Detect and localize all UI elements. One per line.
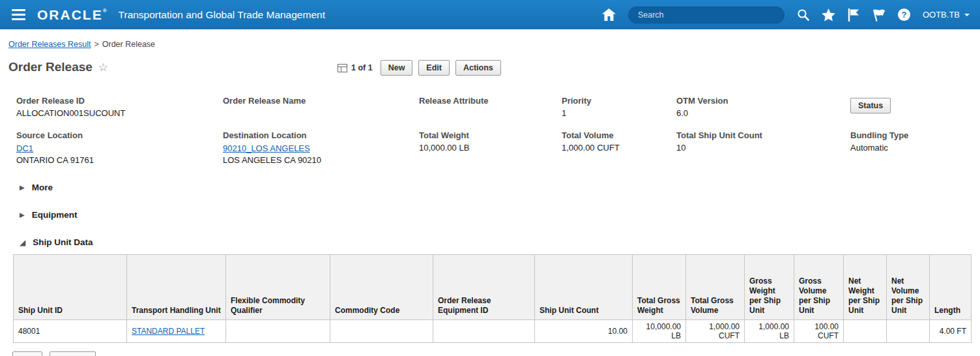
record-toolbar: 1 of 1 New Edit Actions (338, 60, 501, 76)
bundling-type-value: Automatic (850, 142, 980, 154)
registered-mark: ® (103, 8, 107, 14)
detail-sections: ▶ More ▶ Equipment ◢ Ship Unit Data (20, 183, 980, 247)
field-total-ship-unit-count: Total Ship Unit Count 10 (676, 130, 850, 166)
source-location-label: Source Location (16, 130, 223, 140)
col-gross-weight-per-ship-unit[interactable]: Gross Weight per Ship Unit (745, 255, 794, 320)
col-length[interactable]: Length (930, 255, 972, 320)
otm-version-label: OTM Version (676, 96, 850, 106)
search-input[interactable] (628, 7, 785, 23)
field-order-release-name: Order Release Name (223, 96, 419, 119)
section-toggle-ship-unit-data[interactable]: ◢ Ship Unit Data (20, 237, 980, 247)
table-header-row: Ship Unit ID Transport Handling Unit Fle… (14, 255, 972, 320)
favorite-star-icon[interactable]: ☆ (98, 61, 108, 74)
transport-handling-unit-link[interactable]: STANDARD PALLET (132, 327, 205, 336)
breadcrumb-link-order-releases-result[interactable]: Order Releases Result (8, 40, 91, 49)
field-total-volume: Total Volume 1,000.00 CUFT (562, 130, 676, 166)
col-ship-unit-id[interactable]: Ship Unit ID (14, 255, 127, 320)
priority-value: 1 (562, 108, 676, 119)
brand-text: ORACLE (37, 7, 103, 23)
priority-label: Priority (562, 96, 676, 106)
flag-icon[interactable] (848, 8, 859, 22)
col-flexible-commodity-qualifier[interactable]: Flexible Commodity Qualifier (226, 255, 330, 320)
otm-version-value: 6.0 (676, 108, 850, 119)
col-commodity-code[interactable]: Commodity Code (330, 255, 433, 320)
order-release-id-value: ALLOCATION001SUCOUNT (16, 108, 223, 119)
new-button[interactable]: New (381, 60, 413, 76)
edit-button[interactable]: Edit (418, 60, 450, 76)
field-priority: Priority 1 (562, 96, 676, 119)
refresh-button[interactable]: Refresh (50, 351, 96, 356)
section-toggle-equipment[interactable]: ▶ Equipment (20, 210, 980, 220)
star-icon[interactable] (822, 8, 835, 22)
user-menu[interactable]: OOTB.TB (923, 10, 970, 20)
section-toggle-more[interactable]: ▶ More (20, 183, 980, 192)
cell-net-volume-per-ship-unit (887, 320, 930, 343)
breadcrumb-current: Order Release (102, 40, 155, 49)
oracle-logo: ORACLE® (37, 7, 107, 23)
col-net-weight-per-ship-unit[interactable]: Net Weight per Ship Unit (844, 255, 887, 320)
page-title: Order Release (8, 60, 93, 74)
app-header: ORACLE® Transportation and Global Trade … (0, 0, 980, 29)
col-order-release-equipment-id[interactable]: Order Release Equipment ID (433, 255, 535, 320)
field-bundling-type: Bundling Type Automatic (850, 130, 980, 166)
ship-unit-table: Ship Unit ID Transport Handling Unit Fle… (13, 254, 972, 343)
col-transport-handling-unit[interactable]: Transport Handling Unit (127, 255, 226, 320)
bundling-type-label: Bundling Type (850, 130, 980, 140)
header-actions: ? OOTB.TB (602, 7, 970, 23)
total-weight-label: Total Weight (419, 130, 562, 140)
help-icon[interactable]: ? (898, 8, 910, 21)
field-total-weight: Total Weight 10,000.00 LB (419, 130, 562, 166)
search-field-wrap (628, 7, 785, 23)
destination-location-label: Destination Location (223, 130, 419, 140)
field-status: Status (850, 96, 980, 119)
search-icon[interactable] (797, 8, 809, 21)
total-ship-unit-count-label: Total Ship Unit Count (676, 130, 850, 140)
col-gross-volume-per-ship-unit[interactable]: Gross Volume per Ship Unit (794, 255, 844, 320)
menu-icon[interactable] (10, 7, 27, 23)
field-source-location: Source Location DC1 ONTARIO CA 91761 (16, 130, 223, 166)
wave-flag-icon[interactable] (872, 8, 886, 22)
breadcrumb: Order Releases Result>Order Release (8, 40, 980, 49)
cell-ship-unit-count: 10.00 (535, 320, 633, 343)
app-title: Transportation and Global Trade Manageme… (119, 9, 325, 21)
release-attribute-label: Release Attribute (419, 96, 562, 106)
home-icon[interactable] (602, 8, 616, 21)
order-release-id-label: Order Release ID (16, 96, 223, 106)
cell-gross-volume-per-ship-unit: 100.00 CUFT (794, 320, 844, 343)
destination-location-address: LOS ANGELES CA 90210 (223, 155, 419, 166)
section-more-label: More (32, 183, 53, 192)
cell-flexible-commodity-qualifier (226, 320, 330, 343)
page-footer: Top Refresh (12, 351, 980, 356)
chevron-right-icon: ▶ (20, 212, 25, 218)
cell-length: 4.00 FT (930, 320, 972, 343)
col-total-gross-weight[interactable]: Total Gross Weight (633, 255, 686, 320)
section-ship-unit-data-label: Ship Unit Data (33, 237, 93, 247)
cell-commodity-code (330, 320, 433, 343)
cell-transport-handling-unit: STANDARD PALLET (127, 320, 226, 343)
breadcrumb-separator: > (94, 40, 98, 49)
col-net-volume-per-ship-unit[interactable]: Net Volume per Ship Unit (887, 255, 930, 320)
col-total-gross-volume[interactable]: Total Gross Volume (686, 255, 745, 320)
section-equipment-label: Equipment (32, 210, 78, 220)
field-release-attribute: Release Attribute (419, 96, 562, 119)
summary-fields: Order Release ID ALLOCATION001SUCOUNT Or… (0, 96, 980, 166)
cell-total-gross-weight: 10,000.00 LB (633, 320, 686, 343)
cell-net-weight-per-ship-unit (844, 320, 887, 343)
top-button[interactable]: Top (12, 351, 42, 356)
title-row: Order Release ☆ 1 of 1 New Edit Actions (8, 60, 980, 80)
total-volume-label: Total Volume (562, 130, 676, 140)
status-button[interactable]: Status (850, 98, 891, 113)
chevron-expanded-icon: ◢ (20, 239, 25, 246)
table-row: 48001 STANDARD PALLET 10.00 10,000.00 LB… (14, 320, 972, 343)
source-location-link[interactable]: DC1 (16, 143, 33, 155)
grid-view-icon[interactable] (338, 64, 347, 72)
col-ship-unit-count[interactable]: Ship Unit Count (535, 255, 633, 320)
actions-button[interactable]: Actions (455, 60, 501, 76)
pager-text: 1 of 1 (351, 63, 373, 72)
source-location-address: ONTARIO CA 91761 (16, 155, 223, 166)
total-ship-unit-count-value: 10 (676, 142, 850, 154)
chevron-down-icon (964, 14, 970, 16)
user-menu-label: OOTB.TB (923, 10, 960, 20)
destination-location-link[interactable]: 90210_LOS ANGELES (223, 143, 310, 155)
total-volume-value: 1,000.00 CUFT (562, 142, 676, 154)
